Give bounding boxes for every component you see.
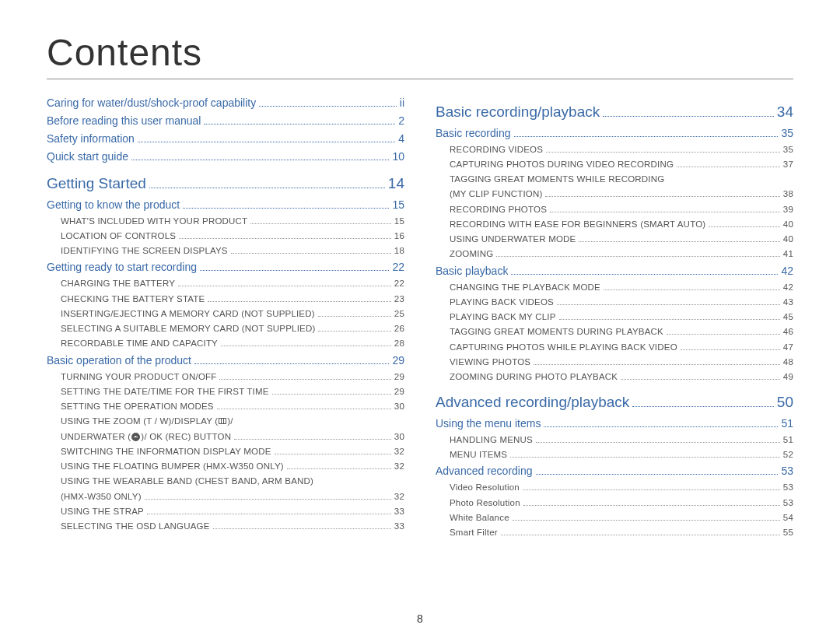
toc-entry[interactable]: RECORDING WITH EASE FOR BEGINNERS (SMART… xyxy=(436,218,793,231)
toc-leader-dots xyxy=(557,296,780,304)
toc-leader-dots xyxy=(131,150,389,160)
toc-entry[interactable]: RECORDABLE TIME AND CAPACITY28 xyxy=(47,337,404,350)
toc-label: Advanced recording/playback xyxy=(436,391,629,414)
toc-entry[interactable]: VIEWING PHOTOS48 xyxy=(436,356,793,369)
toc-entry[interactable]: RECORDING VIDEOS35 xyxy=(436,143,793,156)
toc-entry[interactable]: ZOOMING DURING PHOTO PLAYBACK49 xyxy=(436,370,793,384)
toc-entry[interactable]: USING THE ZOOM (T / W)/DISPLAY ()/ xyxy=(47,415,404,428)
toc-entry[interactable]: CHANGING THE PLAYBACK MODE42 xyxy=(436,281,793,294)
underwater-icon xyxy=(131,433,140,441)
toc-label: MENU ITEMS xyxy=(450,448,507,461)
toc-page: 35 xyxy=(781,125,793,142)
toc-page: 29 xyxy=(394,385,404,398)
toc-page: 30 xyxy=(394,430,404,444)
toc-entry[interactable]: Photo Resolution53 xyxy=(436,496,793,510)
toc-entry[interactable]: RECORDING PHOTOS39 xyxy=(436,203,793,216)
toc-page: 22 xyxy=(392,259,404,275)
toc-entry[interactable]: (MY CLIP FUNCTION)38 xyxy=(436,188,793,201)
toc-leader-dots xyxy=(545,189,779,197)
toc-entry[interactable]: Safety information4 xyxy=(47,131,404,147)
toc-label: Safety information xyxy=(47,131,135,147)
toc-entry[interactable]: CHECKING THE BATTERY STATE23 xyxy=(47,293,404,306)
toc-label: USING THE WEARABLE BAND (CHEST BAND, ARM… xyxy=(61,475,313,488)
toc-entry[interactable]: SETTING THE DATE/TIME FOR THE FIRST TIME… xyxy=(47,385,404,398)
toc-entry[interactable]: TURNING YOUR PRODUCT ON/OFF29 xyxy=(47,370,404,384)
toc-entry[interactable]: Caring for water/dust/shock-proof capabi… xyxy=(47,95,404,111)
toc-entry[interactable]: WHAT'S INCLUDED WITH YOUR PRODUCT15 xyxy=(47,215,404,228)
toc-entry[interactable]: USING UNDERWATER MODE40 xyxy=(436,233,793,246)
toc-entry[interactable]: CAPTURING PHOTOS DURING VIDEO RECORDING3… xyxy=(436,158,793,171)
toc-page: 48 xyxy=(783,356,793,369)
toc-entry[interactable]: Getting Started14 xyxy=(47,173,404,195)
toc-entry[interactable]: SELECTING THE OSD LANGUAGE33 xyxy=(47,520,404,533)
toc-entry[interactable]: Video Resolution53 xyxy=(436,481,793,494)
toc-page: 32 xyxy=(394,445,404,458)
toc-entry[interactable]: Smart Filter55 xyxy=(436,526,793,539)
toc-entry[interactable]: White Balance54 xyxy=(436,511,793,524)
toc-entry[interactable]: Advanced recording/playback50 xyxy=(436,391,793,414)
toc-label: CHECKING THE BATTERY STATE xyxy=(61,293,205,306)
toc-entry[interactable]: CHARGING THE BATTERY22 xyxy=(47,277,404,290)
toc-label: Quick start guide xyxy=(47,149,128,165)
toc-entry[interactable]: ZOOMING41 xyxy=(436,247,793,261)
toc-label: Video Resolution xyxy=(450,481,520,494)
page-number: 8 xyxy=(0,612,840,625)
toc-entry[interactable]: IDENTIFYING THE SCREEN DISPLAYS18 xyxy=(47,244,404,258)
toc-label: Getting to know the product xyxy=(47,197,180,213)
toc-entry[interactable]: Before reading this user manual2 xyxy=(47,113,404,129)
toc-entry[interactable]: PLAYING BACK VIDEOS43 xyxy=(436,296,793,309)
toc-columns: Caring for water/dust/shock-proof capabi… xyxy=(47,93,793,541)
toc-page: 34 xyxy=(777,101,793,124)
toc-entry[interactable]: Using the menu items51 xyxy=(436,416,793,432)
toc-entry[interactable]: PLAYING BACK MY CLIP45 xyxy=(436,310,793,324)
toc-entry[interactable]: TAGGING GREAT MOMENTS WHILE RECORDING xyxy=(436,173,793,186)
toc-entry[interactable]: CAPTURING PHOTOS WHILE PLAYING BACK VIDE… xyxy=(436,341,793,354)
toc-entry[interactable]: MENU ITEMS52 xyxy=(436,448,793,461)
toc-page: 10 xyxy=(392,149,404,165)
toc-page: 33 xyxy=(394,520,404,533)
toc-entry[interactable]: TAGGING GREAT MOMENTS DURING PLAYBACK46 xyxy=(436,325,793,339)
toc-entry[interactable]: Getting ready to start recording22 xyxy=(47,259,404,275)
toc-page: 23 xyxy=(394,293,404,306)
toc-label: Basic recording/playback xyxy=(436,101,600,124)
toc-label: HANDLING MENUS xyxy=(450,433,533,447)
toc-entry[interactable]: Basic operation of the product29 xyxy=(47,353,404,369)
toc-entry[interactable]: SETTING THE OPERATION MODES30 xyxy=(47,400,404,413)
toc-entry[interactable]: Quick start guide10 xyxy=(47,149,404,165)
toc-entry[interactable]: SELECTING A SUITABLE MEMORY CARD (NOT SU… xyxy=(47,322,404,335)
toc-entry[interactable]: HANDLING MENUS51 xyxy=(436,433,793,447)
toc-leader-dots xyxy=(147,506,391,514)
toc-entry[interactable]: Basic recording35 xyxy=(436,125,793,142)
toc-page: 40 xyxy=(783,218,793,231)
toc-entry[interactable]: Advanced recording53 xyxy=(436,463,793,479)
toc-page: 37 xyxy=(783,158,793,171)
toc-entry[interactable]: UNDERWATER ()/ OK (REC) BUTTON30 xyxy=(47,430,404,444)
toc-entry[interactable]: Basic recording/playback34 xyxy=(436,101,793,124)
toc-label: (HMX-W350 ONLY) xyxy=(61,490,142,503)
toc-leader-dots xyxy=(213,521,391,529)
toc-entry[interactable]: (HMX-W350 ONLY)32 xyxy=(47,490,404,503)
toc-entry[interactable]: USING THE STRAP33 xyxy=(47,505,404,518)
toc-leader-dots xyxy=(523,497,780,505)
toc-page: 32 xyxy=(394,460,404,473)
toc-leader-dots xyxy=(204,114,395,125)
toc-page: 46 xyxy=(783,325,793,339)
toc-label: LOCATION OF CONTROLS xyxy=(61,230,176,243)
toc-leader-dots xyxy=(275,446,391,454)
toc-entry[interactable]: LOCATION OF CONTROLS16 xyxy=(47,230,404,243)
toc-entry[interactable]: Getting to know the product15 xyxy=(47,197,404,213)
toc-entry[interactable]: INSERTING/EJECTING A MEMORY CARD (NOT SU… xyxy=(47,307,404,321)
toc-leader-dots xyxy=(501,528,780,535)
toc-page: 26 xyxy=(394,322,404,335)
toc-leader-dots xyxy=(534,356,780,364)
toc-label: Getting ready to start recording xyxy=(47,259,197,275)
toc-page: 18 xyxy=(394,244,404,258)
toc-leader-dots xyxy=(546,144,780,152)
toc-label: IDENTIFYING THE SCREEN DISPLAYS xyxy=(61,244,228,258)
toc-entry[interactable]: USING THE WEARABLE BAND (CHEST BAND, ARM… xyxy=(47,475,404,488)
toc-entry[interactable]: USING THE FLOATING BUMPER (HMX-W350 ONLY… xyxy=(47,460,404,473)
toc-leader-dots xyxy=(511,265,778,275)
toc-entry[interactable]: SWITCHING THE INFORMATION DISPLAY MODE32 xyxy=(47,445,404,458)
toc-entry[interactable]: Basic playback42 xyxy=(436,263,793,279)
toc-page: 51 xyxy=(781,416,793,432)
